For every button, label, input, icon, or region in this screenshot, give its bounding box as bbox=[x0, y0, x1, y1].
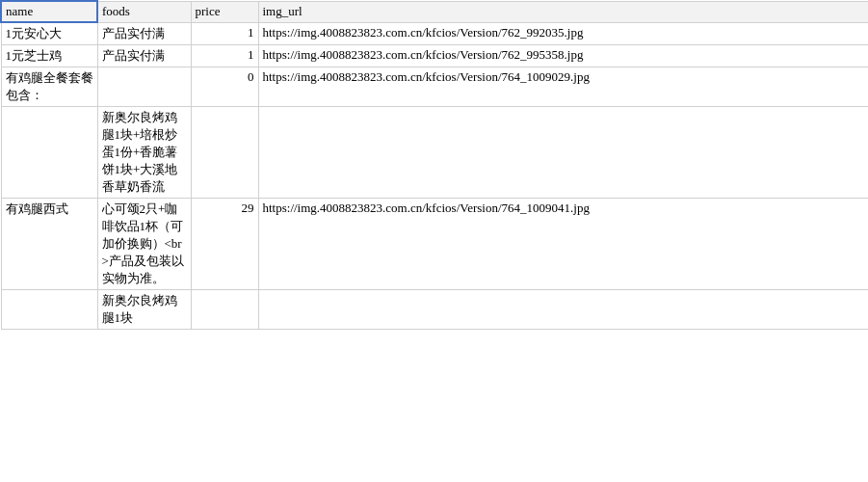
cell-imgurl: https://img.4008823823.com.cn/kfcios/Ver… bbox=[258, 22, 868, 45]
cell-foods: 新奥尔良烤鸡腿1块 bbox=[97, 290, 191, 330]
table-row: 新奥尔良烤鸡腿1块+培根炒蛋1份+香脆薯饼1块+大溪地香草奶香流 bbox=[1, 107, 868, 199]
table-row: 有鸡腿西式 心可颂2只+咖啡饮品1杯（可加价换购）<br>产品及包装以实物为准。… bbox=[1, 199, 868, 290]
col-header-price[interactable]: price bbox=[191, 1, 258, 22]
cell-price bbox=[191, 107, 258, 199]
cell-foods: 新奥尔良烤鸡腿1块+培根炒蛋1份+香脆薯饼1块+大溪地香草奶香流 bbox=[97, 107, 191, 199]
col-header-name[interactable]: name bbox=[1, 1, 97, 22]
col-header-foods[interactable]: foods bbox=[97, 1, 191, 22]
cell-imgurl: https://img.4008823823.com.cn/kfcios/Ver… bbox=[258, 199, 868, 290]
cell-foods bbox=[97, 67, 191, 107]
cell-name: 有鸡腿西式 bbox=[1, 199, 97, 290]
col-header-imgurl[interactable]: img_url bbox=[258, 1, 868, 22]
cell-name bbox=[1, 290, 97, 330]
cell-imgurl: https://img.4008823823.com.cn/kfcios/Ver… bbox=[258, 45, 868, 67]
cell-price: 0 bbox=[191, 67, 258, 107]
table-row: 1元安心大 产品实付满 1 https://img.4008823823.com… bbox=[1, 22, 868, 45]
cell-imgurl bbox=[258, 290, 868, 330]
cell-name: 1元安心大 bbox=[1, 22, 97, 45]
cell-imgurl: https://img.4008823823.com.cn/kfcios/Ver… bbox=[258, 67, 868, 107]
table-row: 新奥尔良烤鸡腿1块 bbox=[1, 290, 868, 330]
cell-foods: 产品实付满 bbox=[97, 22, 191, 45]
cell-price: 1 bbox=[191, 22, 258, 45]
cell-foods: 心可颂2只+咖啡饮品1杯（可加价换购）<br>产品及包装以实物为准。 bbox=[97, 199, 191, 290]
cell-name: 1元芝士鸡 bbox=[1, 45, 97, 67]
cell-foods: 产品实付满 bbox=[97, 45, 191, 67]
cell-imgurl bbox=[258, 107, 868, 199]
spreadsheet: name foods price img_url 1元安心大 产品实付满 1 h… bbox=[0, 0, 868, 330]
table-row: 1元芝士鸡 产品实付满 1 https://img.4008823823.com… bbox=[1, 45, 868, 67]
cell-price bbox=[191, 290, 258, 330]
cell-price: 29 bbox=[191, 199, 258, 290]
cell-name: 有鸡腿全餐套餐包含： bbox=[1, 67, 97, 107]
cell-name bbox=[1, 107, 97, 199]
header-row: name foods price img_url bbox=[1, 1, 868, 22]
cell-price: 1 bbox=[191, 45, 258, 67]
data-table: name foods price img_url 1元安心大 产品实付满 1 h… bbox=[0, 0, 868, 330]
table-row: 有鸡腿全餐套餐包含： 0 https://img.4008823823.com.… bbox=[1, 67, 868, 107]
